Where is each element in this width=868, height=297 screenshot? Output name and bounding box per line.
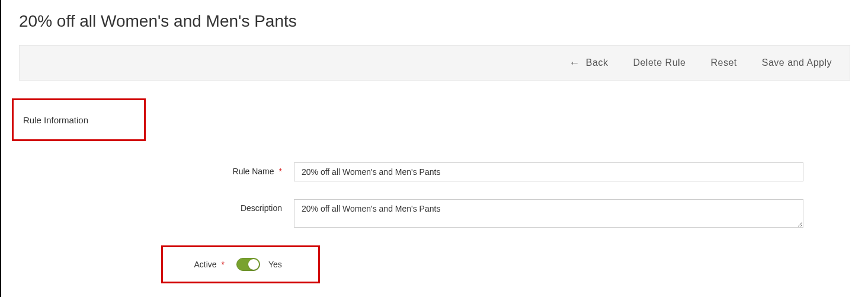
reset-label: Reset	[711, 58, 737, 68]
save-apply-label: Save and Apply	[762, 58, 832, 68]
tab-rule-information-label: Rule Information	[23, 115, 88, 125]
form-row-active: Active * Yes	[199, 245, 850, 283]
delete-rule-label: Delete Rule	[633, 58, 686, 68]
active-toggle[interactable]	[236, 258, 260, 271]
active-label: Active	[194, 260, 216, 269]
active-label-wrap: Active *	[171, 260, 236, 269]
tab-rule-information[interactable]: Rule Information	[12, 98, 146, 141]
action-bar: ← Back Delete Rule Reset Save and Apply	[19, 45, 850, 81]
description-input[interactable]	[294, 199, 803, 228]
delete-rule-button[interactable]: Delete Rule	[633, 58, 686, 68]
description-label: Description	[241, 203, 282, 213]
required-star-icon: *	[222, 260, 225, 269]
reset-button[interactable]: Reset	[711, 58, 737, 68]
page-container: 20% off all Women's and Men's Pants ← Ba…	[0, 0, 868, 297]
description-label-wrap: Description	[169, 199, 294, 213]
rule-name-label-wrap: Rule Name *	[169, 162, 294, 176]
required-star-icon: *	[279, 167, 282, 176]
back-button-label: Back	[586, 58, 608, 68]
rule-name-input[interactable]	[294, 162, 803, 181]
page-title: 20% off all Women's and Men's Pants	[19, 12, 850, 31]
save-apply-button[interactable]: Save and Apply	[762, 58, 832, 68]
form-area: Rule Name * Description Active *	[169, 98, 850, 297]
rule-name-label: Rule Name	[233, 167, 274, 176]
back-button[interactable]: ← Back	[569, 58, 608, 68]
form-row-rule-name: Rule Name *	[169, 162, 850, 181]
active-highlight-box: Active * Yes	[161, 245, 320, 283]
toggle-knob-icon	[248, 259, 259, 270]
content-area: Rule Information Rule Name * Description	[19, 98, 850, 297]
arrow-left-icon: ←	[569, 58, 580, 68]
active-toggle-text: Yes	[268, 260, 282, 269]
active-toggle-wrap: Yes	[236, 258, 282, 271]
form-row-description: Description	[169, 199, 850, 228]
